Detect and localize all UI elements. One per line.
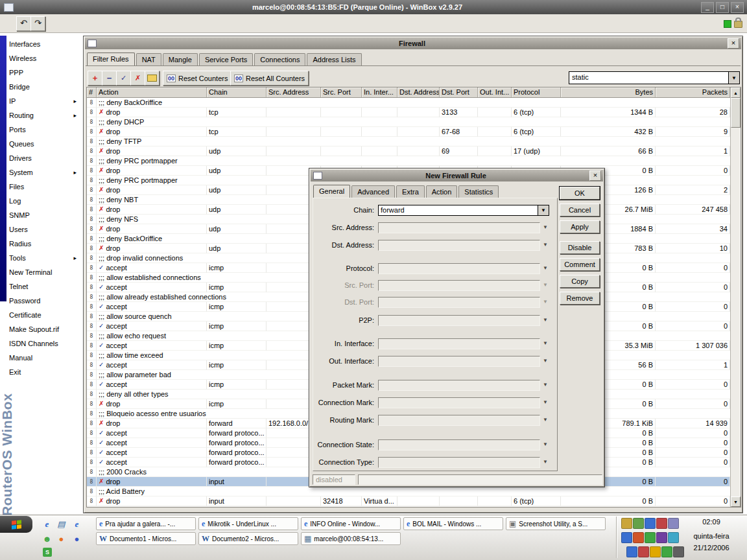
close-button[interactable]: × — [731, 2, 744, 13]
column-header-[interactable]: # — [87, 88, 97, 97]
sidebar-item-interfaces[interactable]: Interfaces — [8, 37, 82, 51]
sidebar-item-telnet[interactable]: Telnet — [8, 279, 82, 294]
field-input[interactable] — [378, 439, 540, 450]
sidebar-item-routing[interactable]: Routing▸ — [8, 108, 82, 122]
column-header-dst-port[interactable]: Dst. Port — [440, 88, 478, 97]
tray-icon[interactable] — [626, 546, 637, 557]
dialog-titlebar[interactable]: New Firewall Rule × — [311, 170, 603, 181]
enable-rule-button[interactable]: ✓ — [116, 71, 131, 86]
restore-button[interactable]: □ — [716, 2, 729, 13]
disable-rule-button[interactable]: ✗ — [130, 71, 145, 86]
tray-icon[interactable] — [621, 518, 632, 529]
tray-icon[interactable] — [656, 518, 667, 529]
column-header-chain[interactable]: Chain — [207, 88, 267, 97]
firewall-titlebar[interactable]: Firewall × — [85, 38, 741, 49]
reset-counters-button[interactable]: 00 Reset Counters — [163, 71, 231, 86]
dialog-tab-advanced[interactable]: Advanced — [351, 185, 395, 198]
comment-row[interactable]: 8;;; deny BackOriffice — [87, 98, 730, 108]
tab-filter-rules[interactable]: Filter Rules — [87, 52, 135, 66]
dialog-tab-general[interactable]: General — [313, 185, 350, 198]
dialog-tab-statistics[interactable]: Statistics — [458, 185, 499, 198]
sidebar-item-system[interactable]: System▸ — [8, 165, 82, 180]
dialog-close-button[interactable]: × — [589, 170, 601, 181]
sidebar-item-password[interactable]: Password — [8, 294, 82, 308]
sidebar-item-drivers[interactable]: Drivers — [8, 151, 82, 165]
comment-row[interactable]: 8;;; deny DHCP — [87, 117, 730, 127]
comment-rule-button[interactable] — [145, 71, 160, 86]
dropdown-arrow-icon[interactable]: ▼ — [543, 317, 548, 323]
scrollbar-thumb[interactable] — [731, 98, 741, 128]
dropdown-arrow-icon[interactable]: ▼ — [543, 441, 548, 447]
task-button-bol-mail-windows[interactable]: eBOL MAIL - Windows ... — [403, 517, 503, 530]
sidebar-item-exit[interactable]: Exit — [8, 365, 82, 379]
field-input[interactable] — [378, 263, 540, 274]
disable-button[interactable]: Disable — [560, 241, 600, 254]
sidebar-item-ppp[interactable]: PPP — [8, 65, 82, 80]
tray-icon[interactable] — [633, 532, 644, 543]
scroll-up-button[interactable]: ▲ — [731, 88, 741, 98]
rule-row[interactable]: 8✗droptcp67-686 (tcp)432 B9 — [87, 127, 730, 137]
copy-button[interactable]: Copy — [560, 275, 600, 288]
column-header-src-address[interactable]: Src. Address — [267, 88, 321, 97]
field-input[interactable] — [378, 457, 540, 468]
filter-dropdown-button[interactable]: ▼ — [728, 72, 739, 84]
add-rule-button[interactable]: + — [88, 71, 102, 86]
column-header-action[interactable]: Action — [97, 88, 207, 97]
dropdown-arrow-icon[interactable]: ▼ — [543, 382, 548, 388]
task-button-marcelo-00-08-54-13[interactable]: ▦marcelo@00:08:54:13... — [301, 532, 401, 545]
comment-button[interactable]: Comment — [560, 258, 600, 271]
field-input[interactable] — [378, 240, 540, 251]
firefox-icon[interactable]: ● — [56, 533, 67, 544]
sidebar-item-make-supout-rif[interactable]: Make Supout.rif — [8, 322, 82, 336]
column-header-packets[interactable]: Packets — [656, 88, 730, 97]
tab-address-lists[interactable]: Address Lists — [307, 53, 361, 65]
column-header-out-int[interactable]: Out. Int... — [478, 88, 512, 97]
tab-service-ports[interactable]: Service Ports — [199, 53, 253, 65]
ie-shortcut-icon[interactable]: e — [71, 519, 82, 530]
task-button-pra-ajudar-a-galera[interactable]: ePra ajudar a galera... -... — [96, 517, 196, 530]
task-button-screenshot-utility-a-s[interactable]: ▣Screenshot Utility, a S... — [506, 517, 606, 530]
remove-button[interactable]: Remove — [560, 292, 600, 305]
sidebar-item-tools[interactable]: Tools▸ — [8, 251, 82, 265]
sidebar-item-files[interactable]: Files — [8, 180, 82, 194]
tray-icon[interactable] — [645, 518, 656, 529]
sidebar-item-isdn-channels[interactable]: ISDN Channels — [8, 336, 82, 351]
sidebar-item-users[interactable]: Users — [8, 222, 82, 237]
tray-icon[interactable] — [645, 532, 656, 543]
rule-row[interactable]: 8✗droptcp31336 (tcp)1344 B28 — [87, 108, 730, 117]
tray-icon[interactable] — [650, 546, 661, 557]
dialog-tab-extra[interactable]: Extra — [396, 185, 425, 198]
task-button-documento2-micros[interactable]: WDocumento2 - Micros... — [198, 532, 298, 545]
task-button-mikrotik-underlinux[interactable]: eMikrotik - UnderLinux ... — [198, 517, 298, 530]
ie-icon[interactable]: e — [42, 519, 53, 530]
tab-nat[interactable]: NAT — [136, 53, 161, 65]
chain-combobox[interactable]: forward▼ — [378, 205, 549, 216]
sidebar-item-wireless[interactable]: Wireless — [8, 51, 82, 65]
ok-button[interactable]: OK — [560, 187, 600, 200]
cancel-button[interactable]: Cancel — [560, 204, 600, 216]
field-input[interactable] — [378, 380, 540, 391]
vertical-scrollbar[interactable]: ▲ ▼ — [730, 88, 740, 507]
column-header-in-inter[interactable]: In. Inter... — [362, 88, 397, 97]
comment-row[interactable]: 8;;; deny PRC portmapper — [87, 156, 730, 166]
sidebar-item-bridge[interactable]: Bridge — [8, 80, 82, 94]
filter-combobox[interactable]: static ▼ — [569, 71, 740, 84]
scroll-down-button[interactable]: ▼ — [731, 496, 741, 507]
rule-row[interactable]: 8✗dropudp6917 (udp)66 B1 — [87, 146, 730, 156]
field-input[interactable] — [378, 415, 540, 426]
reset-all-counters-button[interactable]: 00 Reset All Counters — [230, 71, 309, 86]
redo-button[interactable]: ↷ — [30, 16, 45, 31]
sidebar-item-log[interactable]: Log — [8, 194, 82, 208]
tray-icon[interactable] — [661, 546, 672, 557]
column-header-dst-address[interactable]: Dst. Address — [397, 88, 440, 97]
tray-icon[interactable] — [668, 532, 679, 543]
undo-button[interactable]: ↶ — [16, 16, 31, 31]
sidebar-item-queues[interactable]: Queues — [8, 137, 82, 151]
rule-row[interactable]: 8✗dropinput32418Virtua d...6 (tcp)0 B0 — [87, 496, 730, 506]
comment-row[interactable]: 8;;; Acid Battery — [87, 487, 730, 496]
dropdown-arrow-icon[interactable]: ▼ — [543, 358, 548, 364]
column-header-bytes[interactable]: Bytes — [561, 88, 656, 97]
media-player-icon[interactable]: ● — [71, 533, 82, 544]
field-input[interactable] — [378, 315, 540, 326]
sidebar-item-radius[interactable]: Radius — [8, 237, 82, 251]
